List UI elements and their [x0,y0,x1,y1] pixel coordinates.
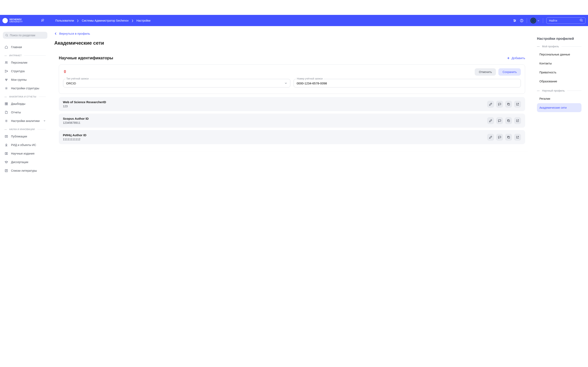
svg-point-15 [6,88,7,89]
rp-item-academic-networks[interactable]: Академические сети [537,103,581,112]
svg-point-7 [5,62,6,62]
user-menu[interactable] [530,17,540,24]
breadcrumb-item-2[interactable]: Настройки [136,19,150,22]
rp-item-education[interactable]: Образование [537,77,581,86]
save-button[interactable]: Сохранить [498,68,521,76]
pencil-icon [489,103,492,106]
sidebar: Главная ИНТРАНЕТ Персоналии Структура Мо… [0,26,50,367]
rp-item-personal-data[interactable]: Персональные данные [537,50,581,59]
nav-label: Отчеты [11,111,46,114]
global-search[interactable] [546,17,586,24]
svg-point-1 [515,20,516,21]
divider [527,18,527,23]
search-icon[interactable] [580,18,583,23]
avatar [530,17,536,24]
nav-label: Публикации [11,135,46,138]
nav-personnel[interactable]: Персоналии [3,58,47,67]
nav-dashboards[interactable]: Дашборды [3,100,47,108]
edit-button[interactable] [487,101,494,108]
rp-section-my-profile: Мой профиль [537,45,581,48]
edit-button[interactable] [487,134,494,141]
svg-rect-16 [5,103,6,104]
nav-section-intranet: ИНТРАНЕТ [3,54,47,57]
comment-button[interactable] [496,134,503,141]
chevron-left-icon [54,32,57,35]
trash-icon [63,70,67,73]
pin-icon[interactable] [41,18,44,23]
sidebar-search-input[interactable] [10,34,45,37]
divider [543,18,543,23]
rp-item-privacy[interactable]: Приватность [537,68,581,77]
svg-rect-21 [5,135,8,137]
help-icon[interactable] [520,19,523,22]
copy-button[interactable] [505,117,512,124]
nav-section-science: НАУКА И ИННОВАЦИИ [3,128,47,131]
external-link-button[interactable] [514,101,521,108]
copy-button[interactable] [505,134,512,141]
nav-publications[interactable]: Публикации [3,132,47,141]
add-label: Добавить [512,56,525,60]
svg-rect-28 [498,136,501,138]
publications-icon [4,134,8,138]
pencil-icon [489,119,492,122]
nav-home[interactable]: Главная [3,43,47,51]
delete-button[interactable] [63,70,67,74]
home-icon [4,45,8,49]
header-right [513,17,586,24]
nav-dissertations[interactable]: Диссертации [3,158,47,166]
svg-point-14 [6,80,7,81]
add-button[interactable]: Добавить [507,56,525,60]
edit-button[interactable] [487,117,494,124]
pencil-icon [489,136,492,139]
identifier-item: РИНЦ Author ID 11111111112 [59,130,525,144]
svg-rect-29 [508,137,510,138]
settings-icon[interactable] [513,19,517,22]
copy-icon [507,103,510,106]
plus-icon [507,57,510,60]
edit-identifier-box: Отменить Сохранить Тип учётной записи OR… [59,64,525,94]
nav-journals[interactable]: Научные издания [3,149,47,158]
nav-structure-settings[interactable]: Настройки структуры [3,84,47,92]
sidebar-search[interactable] [3,32,47,39]
header: SECHENOV UNIVERSITY Пользователи ❯ Систе… [0,15,588,26]
global-search-input[interactable] [549,19,580,22]
svg-point-0 [514,19,515,20]
logo-text-top: SECHENOV [9,18,23,21]
breadcrumb-item-0[interactable]: Пользователи [55,19,74,22]
external-link-button[interactable] [514,134,521,141]
nav-analytics-settings[interactable]: Настройки аналитики [3,117,47,125]
logo[interactable]: SECHENOV UNIVERSITY [2,18,23,23]
nav-ip[interactable]: РИД и объекты ИС [3,141,47,149]
identifier-item: Web of Science ResearcherID 123 [59,97,525,111]
edit-top-row: Отменить Сохранить [63,68,521,76]
account-type-value: ORCID [66,82,76,85]
identifier-actions [487,117,521,124]
copy-button[interactable] [505,101,512,108]
identifier-info: РИНЦ Author ID 11111111112 [63,133,487,141]
back-link[interactable]: Вернуться в профиль [54,32,530,35]
account-number-input[interactable] [297,82,518,85]
external-link-icon [516,119,519,122]
nav-groups[interactable]: Мои группы [3,75,47,84]
rp-item-regalia[interactable]: Регалии [537,94,581,103]
nav-reports[interactable]: Отчеты [3,108,47,117]
comment-button[interactable] [496,117,503,124]
external-link-button[interactable] [514,117,521,124]
breadcrumb-item-1[interactable]: Системы Администратор Sechenov [82,19,129,22]
rp-item-contacts[interactable]: Контакты [537,59,581,68]
top-whitespace [0,0,588,15]
nav-bibliographies[interactable]: Списки литературы [3,166,47,175]
cancel-button[interactable]: Отменить [475,68,496,76]
nav-label: Научные издания [11,152,46,155]
nav-label: Настройки аналитики [11,119,40,123]
svg-rect-19 [7,104,8,105]
identifier-value: 12345678911 [63,121,487,124]
svg-rect-17 [7,103,8,104]
account-type-select[interactable]: ORCID [63,79,290,87]
chevron-down-icon [537,19,540,22]
back-label: Вернуться в профиль [59,32,90,35]
groups-icon [4,78,8,82]
nav-structure[interactable]: Структура [3,67,47,75]
nav-section-analytics: АНАЛИТИКА И ОТЧЕТЫ [3,95,47,98]
comment-button[interactable] [496,101,503,108]
